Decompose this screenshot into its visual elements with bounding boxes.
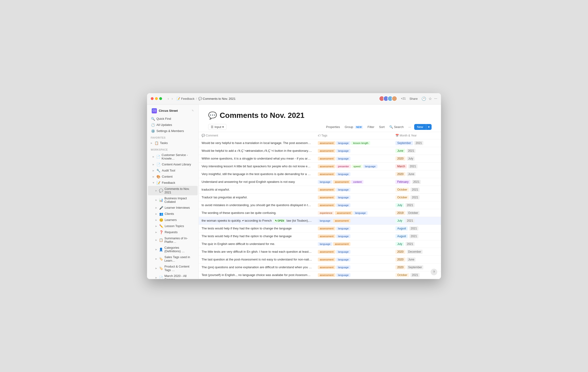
more-users-label[interactable]: +21	[401, 97, 406, 100]
back-button[interactable]: ‹	[167, 96, 170, 101]
month-tag[interactable]: 2020	[395, 157, 406, 161]
tag-assessment[interactable]: assessment	[318, 227, 336, 230]
comment-cell[interactable]: Would be helpful to add a √¢,Ç¨≈ætransla…	[199, 147, 315, 155]
sidebar-item-summaries[interactable]: ▶ 📋 Summaries of In-Platfor…	[148, 235, 198, 245]
month-tag[interactable]: March	[395, 164, 407, 169]
breadcrumb-feedback[interactable]: 📝 Feedback	[176, 97, 195, 100]
sidebar-item-tasks[interactable]: ▶ 📋 Tasks	[148, 140, 198, 146]
tag-language[interactable]: language	[318, 219, 332, 223]
sidebar-item-clients[interactable]: ▶ 👥 Clients	[148, 211, 198, 217]
sidebar-item-categories[interactable]: ▶ 👤 Categories (Definitions) …	[148, 245, 198, 254]
comment-cell[interactable]: The (pre) questions and some explanation…	[199, 263, 315, 271]
help-button[interactable]: ?	[431, 269, 437, 275]
tag-assessment[interactable]: assessment	[335, 211, 353, 215]
tag-language[interactable]: language	[336, 234, 350, 238]
tag-language[interactable]: language	[318, 180, 332, 184]
sidebar-item-requests[interactable]: ▶ ❓ Requests	[148, 229, 198, 235]
month-tag[interactable]: October	[395, 188, 409, 192]
comment-cell[interactable]: The last question at the post-Assessment…	[199, 255, 315, 263]
month-tag[interactable]: 2020	[395, 172, 406, 176]
tag-language[interactable]: language	[336, 157, 350, 160]
tag-assessment[interactable]: assessment	[318, 164, 336, 168]
tag-language[interactable]: language	[336, 172, 350, 176]
tag-language[interactable]: language	[336, 250, 350, 254]
month-tag[interactable]: October	[395, 273, 409, 277]
properties-button[interactable]: Properties	[325, 124, 341, 130]
tag-assessment[interactable]: assessment	[318, 258, 336, 261]
view-selector[interactable]: ☰ Input ▾	[208, 124, 227, 130]
tag-content[interactable]: content	[351, 180, 363, 184]
comment-cell[interactable]: Understand and answering for not good En…	[199, 178, 315, 186]
sidebar-brand[interactable]: CS Circus Street ✎	[150, 107, 196, 115]
tag-language[interactable]: language	[318, 242, 332, 246]
sidebar-item-lesson-topics[interactable]: ▶ ✏️ Lesson Topics	[148, 223, 198, 229]
tag-assessment[interactable]: assessment	[318, 149, 336, 153]
comment-cell[interactable]: the woman speeks to quickly. ↵according …	[199, 217, 315, 224]
tag-assessment[interactable]: assessment	[318, 172, 336, 176]
share-button[interactable]: Share	[408, 96, 419, 101]
sidebar-item-sales-tags[interactable]: ▶ 🏷️ Sales Tags used in Learn…	[148, 254, 198, 264]
tag-language[interactable]: language	[336, 149, 350, 153]
sidebar-item-feedback[interactable]: ▶ 📝 Feedback	[148, 180, 198, 186]
sidebar-item-customer-service[interactable]: ▶ 📄 Customer Service - Knowle…	[148, 152, 198, 161]
comment-cell[interactable]: Would be very helpful to have a translat…	[199, 139, 315, 147]
sort-button[interactable]: Sort	[378, 124, 386, 130]
tag-language[interactable]: language	[336, 227, 350, 230]
sidebar-item-march-2020[interactable]: ▶ 📄 March 2020 - All Comme…	[148, 273, 198, 279]
month-tag[interactable]: July	[395, 203, 404, 207]
comment-cell[interactable]: Very insightful, still the language in t…	[199, 170, 315, 178]
sidebar-item-content[interactable]: ▶ 🎨 Content	[148, 174, 198, 180]
tag-assessment[interactable]: assessment	[333, 219, 351, 223]
tag-language[interactable]: language	[353, 211, 368, 215]
tag-language[interactable]: language	[336, 203, 350, 207]
month-tag[interactable]: August	[395, 226, 408, 231]
tag-assessment[interactable]: assessment	[318, 250, 336, 254]
tag-language[interactable]: language	[336, 188, 350, 191]
tag-speed[interactable]: speed	[352, 164, 362, 168]
comment-cell[interactable]: The wording of these questions can be qu…	[199, 209, 315, 217]
comment-cell[interactable]: The quiz in English were difficult to un…	[199, 240, 315, 248]
sidebar-item-content-asset-library[interactable]: ▶ 📄 Content Asset Library	[148, 161, 198, 168]
star-icon[interactable]: ☆	[429, 96, 432, 101]
more-options-icon[interactable]: ···	[434, 96, 437, 101]
comment-cell[interactable]: The tests would help if they had the opt…	[199, 224, 315, 232]
comment-cell[interactable]: to avoid mistakes in understanding, you …	[199, 201, 315, 209]
month-tag[interactable]: July	[395, 219, 404, 223]
comment-cell[interactable]: Within some questions, it is a struggle …	[199, 155, 315, 162]
sidebar-item-settings[interactable]: ⚙️ Settings & Members	[148, 128, 198, 134]
sidebar-item-business-impact[interactable]: ▶ 📊 Business Impact Collated	[148, 195, 198, 205]
forward-button[interactable]: ›	[171, 96, 174, 101]
maximize-button[interactable]	[159, 97, 162, 100]
tag-language[interactable]: language	[336, 273, 350, 277]
sidebar-item-all-updates[interactable]: 🕐 All Updates	[148, 122, 198, 128]
tag-language[interactable]: language	[336, 258, 350, 261]
tag-assessment[interactable]: assessment	[318, 203, 336, 207]
more-options-button[interactable]: ···	[407, 124, 412, 130]
tag-language[interactable]: language	[336, 266, 350, 269]
month-tag[interactable]: 2020	[395, 257, 406, 262]
comment-cell[interactable]: Very interesting lesson! A little bit fa…	[199, 162, 315, 170]
tag-assessment[interactable]: assessment	[318, 188, 336, 191]
clock-icon[interactable]: 🕐	[421, 96, 426, 101]
tag-assessment[interactable]: assessment	[318, 196, 336, 199]
comment-cell[interactable]: traducirlo al español.	[199, 186, 315, 193]
month-tag[interactable]: 2020	[395, 265, 406, 269]
filter-button[interactable]: Filter	[366, 124, 376, 130]
comment-cell[interactable]: Test (yourself) in English.., no languag…	[199, 271, 315, 279]
tag-assessment[interactable]: assessment	[333, 242, 351, 246]
comment-cell[interactable]: Traducir las preguntas al español.	[199, 193, 315, 201]
tag-assessment[interactable]: assessment	[333, 180, 351, 184]
new-button[interactable]: New ▾	[414, 124, 431, 130]
tag-language[interactable]: language	[336, 141, 350, 145]
tag-assessment[interactable]: assessment	[318, 234, 336, 238]
tag-language[interactable]: language	[336, 196, 350, 199]
month-tag[interactable]: August	[395, 234, 408, 238]
month-tag[interactable]: 2019	[395, 211, 406, 215]
tag-experience[interactable]: experience	[318, 211, 334, 215]
month-tag[interactable]: October	[395, 195, 409, 200]
sidebar-item-product-tags[interactable]: ▶ 🏷️ Product & Content Tags …	[148, 264, 198, 273]
month-tag[interactable]: February	[395, 180, 410, 184]
tag-assessment[interactable]: assessment	[318, 157, 336, 160]
search-button[interactable]: 🔍 Search	[388, 124, 405, 130]
sidebar-item-quick-find[interactable]: 🔍 Quick Find	[148, 116, 198, 122]
